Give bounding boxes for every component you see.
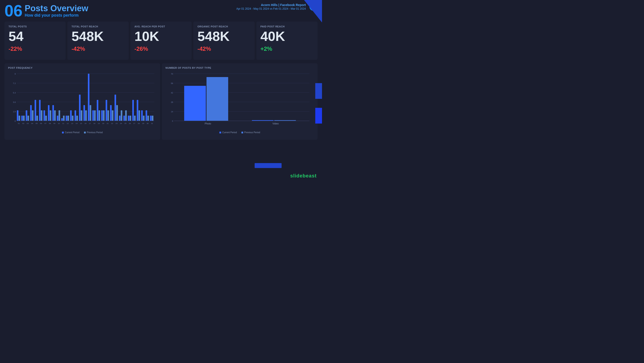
svg-rect-22 <box>61 118 63 121</box>
svg-text:14: 14 <box>76 122 78 124</box>
post-frequency-title: POST FREQUENCY <box>8 67 156 69</box>
svg-rect-49 <box>45 116 47 121</box>
header-right: Acorn Hills | Facebook Report Apr 01 202… <box>236 3 306 10</box>
svg-text:29: 29 <box>142 122 144 124</box>
svg-text:16: 16 <box>84 122 86 124</box>
kpi-value-4: 40K <box>260 30 314 43</box>
kpi-change-2: -26% <box>134 45 188 52</box>
svg-text:05: 05 <box>36 122 38 124</box>
kpi-value-1: 548K <box>72 30 124 43</box>
svg-text:21: 21 <box>107 122 109 124</box>
svg-rect-64 <box>112 110 114 121</box>
kpi-change-3: -42% <box>198 45 250 52</box>
svg-rect-33 <box>110 105 112 121</box>
svg-text:30: 30 <box>147 122 149 124</box>
svg-rect-54 <box>67 116 69 121</box>
kpi-value-0: 54 <box>8 30 62 43</box>
svg-rect-57 <box>81 110 82 121</box>
svg-rect-65 <box>116 105 118 121</box>
svg-rect-42 <box>150 116 152 121</box>
kpi-card-0: TOTAL POSTS 54 -22% <box>4 22 66 60</box>
type-legend-dot-previous <box>242 132 243 133</box>
svg-rect-73 <box>152 116 153 121</box>
kpi-label-1: TOTAL POST REACH <box>72 25 124 28</box>
posts-by-type-title: NUMBER OF POSTS BY POST TYPE <box>166 67 314 69</box>
svg-text:01: 01 <box>18 122 20 124</box>
legend-previous-label: Previous Period <box>87 131 103 134</box>
sub-title: How did your posts perform <box>25 13 88 18</box>
post-frequency-chart: 01.83.65.47.2901020304050607080910111213… <box>8 72 156 130</box>
type-svg: 01428425670PhotoVideo <box>166 72 314 130</box>
svg-text:1.8: 1.8 <box>13 111 16 113</box>
kpi-card-1: TOTAL POST REACH 548K -42% <box>67 22 128 60</box>
svg-rect-14 <box>26 110 28 121</box>
svg-text:03: 03 <box>27 122 29 124</box>
svg-rect-40 <box>141 110 143 121</box>
frequency-svg: 01.83.65.47.2901020304050607080910111213… <box>8 72 156 130</box>
svg-rect-43 <box>19 116 20 121</box>
svg-text:0: 0 <box>14 120 16 122</box>
svg-text:5.4: 5.4 <box>13 92 16 94</box>
deco-mid-right <box>315 83 322 99</box>
svg-rect-50 <box>50 110 51 121</box>
svg-rect-72 <box>147 116 149 121</box>
svg-rect-118 <box>184 86 206 121</box>
svg-rect-46 <box>32 110 34 121</box>
svg-text:11: 11 <box>62 122 64 124</box>
svg-rect-19 <box>48 105 50 121</box>
post-frequency-card: POST FREQUENCY 01.83.65.47.2901020304050… <box>4 63 160 140</box>
svg-rect-71 <box>143 116 144 121</box>
svg-text:28: 28 <box>138 122 140 124</box>
svg-rect-66 <box>121 110 122 121</box>
svg-rect-17 <box>39 100 41 121</box>
svg-rect-34 <box>114 95 116 121</box>
svg-rect-30 <box>97 100 98 121</box>
svg-rect-13 <box>21 116 23 121</box>
header-right-wrapper: Acorn Hills | Facebook Report Apr 01 202… <box>236 3 318 11</box>
svg-text:70: 70 <box>171 73 173 75</box>
svg-text:23: 23 <box>116 122 118 124</box>
svg-text:42: 42 <box>171 92 173 94</box>
svg-text:26: 26 <box>129 122 131 124</box>
type-legend-current-label: Current Period <box>222 131 237 134</box>
svg-rect-47 <box>36 116 38 121</box>
svg-rect-53 <box>63 116 65 121</box>
svg-rect-26 <box>79 95 80 121</box>
svg-text:10: 10 <box>58 122 60 124</box>
svg-rect-27 <box>84 105 85 121</box>
svg-rect-58 <box>85 110 87 121</box>
svg-text:3.6: 3.6 <box>13 101 16 103</box>
svg-text:25: 25 <box>124 122 126 124</box>
svg-rect-48 <box>41 110 42 121</box>
svg-text:09: 09 <box>54 122 56 124</box>
svg-text:15: 15 <box>80 122 82 124</box>
header-left: 06 Posts Overview How did your posts per… <box>4 3 88 19</box>
svg-text:14: 14 <box>171 111 173 113</box>
legend-current-label: Current Period <box>65 131 80 134</box>
svg-text:02: 02 <box>22 122 24 124</box>
svg-rect-69 <box>134 116 136 121</box>
svg-text:04: 04 <box>31 122 33 124</box>
svg-rect-20 <box>52 105 54 121</box>
kpi-label-0: TOTAL POSTS <box>8 25 62 28</box>
svg-rect-25 <box>74 110 76 121</box>
kpi-card-2: AVG. REACH PER POST 10K -26% <box>130 22 192 60</box>
slide-number: 06 <box>4 3 22 19</box>
brand-name: slidebeast <box>290 173 316 179</box>
legend-previous: Previous Period <box>84 131 103 134</box>
svg-rect-16 <box>34 100 36 121</box>
report-name: Acorn Hills | Facebook Report <box>261 3 306 7</box>
svg-rect-120 <box>206 77 228 121</box>
svg-rect-37 <box>128 116 129 121</box>
kpi-value-2: 10K <box>134 30 188 43</box>
svg-rect-67 <box>125 110 127 121</box>
svg-rect-61 <box>98 110 100 121</box>
header-title-block: Posts Overview How did your posts perfor… <box>25 4 88 18</box>
kpi-change-4: +2% <box>260 45 314 52</box>
svg-text:0: 0 <box>172 120 173 122</box>
svg-text:28: 28 <box>171 101 173 103</box>
deco-bottom-right <box>315 108 322 124</box>
svg-rect-24 <box>70 110 72 121</box>
kpi-label-3: ORGANIC POST REACH <box>198 25 250 28</box>
svg-rect-41 <box>146 110 147 121</box>
